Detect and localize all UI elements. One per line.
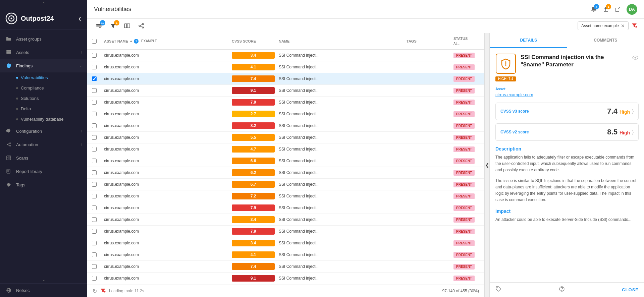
table-row[interactable]: cirrus.example.com 3.4 SSI Command injec…: [87, 50, 484, 61]
sidebar-collapse-button[interactable]: ❮: [78, 16, 82, 21]
close-button[interactable]: CLOSE: [622, 287, 639, 292]
table-row[interactable]: cirrus.example.com 2.7 SSI Command injec…: [87, 108, 484, 120]
vulnerability-icon-box: [496, 54, 516, 74]
page-title: Vulnerabilities: [94, 6, 131, 13]
upload-button[interactable]: 1: [602, 6, 609, 13]
row-checkbox[interactable]: [90, 51, 102, 60]
filter-button[interactable]: 1: [108, 21, 118, 30]
row-asset: cirrus.example.com: [102, 121, 230, 130]
filter-chip-label: Asset name example: [581, 23, 619, 28]
select-all-checkbox[interactable]: [92, 39, 97, 44]
automation-chevron-icon: 〉: [81, 142, 82, 146]
row-status: PRESENT: [451, 180, 482, 189]
cvss-v3-label: CVSS v3 score: [500, 109, 529, 114]
row-checkbox[interactable]: [90, 156, 102, 166]
sidebar-item-configuration[interactable]: Configuration 〉: [0, 124, 87, 138]
table-row[interactable]: cirrus.example.com 9.1 SSI Command injec…: [87, 273, 484, 284]
table-row[interactable]: cirrus.example.com 6.2 SSI Command injec…: [87, 167, 484, 179]
row-tags: [405, 159, 451, 163]
workflow-button[interactable]: [136, 21, 146, 30]
sidebar-item-vulnerabilities[interactable]: Vulnerabilities: [16, 72, 87, 83]
sidebar-item-compliance[interactable]: Compliance: [16, 83, 87, 93]
row-checkbox[interactable]: [90, 168, 102, 177]
row-checkbox[interactable]: [90, 215, 102, 224]
sidebar-item-assets[interactable]: Assets 〉: [0, 46, 87, 59]
sidebar-item-delta[interactable]: Delta: [16, 104, 87, 114]
row-cvss: 3.4: [230, 50, 277, 61]
sidebar-item-scans[interactable]: Scans: [0, 151, 87, 165]
table-row[interactable]: cirrus.example.com 4.1 SSI Command injec…: [87, 61, 484, 73]
help-button[interactable]: [559, 286, 565, 294]
notifications-button[interactable]: 4: [590, 6, 597, 13]
row-checkbox[interactable]: [90, 133, 102, 142]
sidebar-item-tags[interactable]: Tags: [0, 178, 87, 191]
row-cvss: 5.5: [230, 132, 277, 143]
table-row[interactable]: cirrus.example.com 8.2 SSI Command injec…: [87, 120, 484, 132]
sidebar-item-report-library[interactable]: Report library: [0, 165, 87, 178]
table-row[interactable]: cirrus.example.com 9.1 SSI Command injec…: [87, 85, 484, 97]
add-button[interactable]: 10: [94, 21, 104, 30]
sidebar-scroll-up[interactable]: ⌃: [0, 0, 87, 8]
clear-filter-footer-button[interactable]: [100, 288, 106, 294]
row-status: PRESENT: [451, 121, 482, 130]
svg-rect-20: [96, 25, 102, 26]
add-badge: 10: [100, 20, 105, 25]
user-avatar[interactable]: DA: [627, 4, 637, 15]
cvss-v3-row[interactable]: CVSS v3 score 7.4High 〉: [495, 103, 639, 120]
table-row[interactable]: cirrus.example.com 3.4 SSI Command injec…: [87, 214, 484, 226]
sidebar-item-asset-groups[interactable]: Asset groups: [0, 32, 87, 46]
sidebar-item-vuln-database[interactable]: Vulnerability database: [16, 114, 87, 124]
sidebar-item-findings[interactable]: Findings ⌄: [0, 59, 87, 72]
row-checkbox[interactable]: [90, 74, 102, 83]
export-button[interactable]: [614, 6, 621, 13]
row-checkbox[interactable]: [90, 191, 102, 201]
tag-button[interactable]: [495, 286, 501, 294]
row-checkbox[interactable]: [90, 109, 102, 119]
description-text1: The application fails to adequately filt…: [495, 154, 639, 174]
filter-chip-remove[interactable]: ✕: [621, 23, 625, 28]
row-checkbox[interactable]: [90, 227, 102, 236]
th-asset-name[interactable]: Asset name ▲ 1 example: [102, 33, 230, 49]
clear-all-filters-button[interactable]: [631, 22, 637, 30]
row-checkbox[interactable]: [90, 203, 102, 213]
row-checkbox[interactable]: [90, 86, 102, 95]
cvss-v2-row[interactable]: CVSS v2 score 8.5High 〉: [495, 123, 639, 141]
tab-details[interactable]: DETAILS: [490, 33, 567, 48]
row-asset: cirrus.example.com: [102, 262, 230, 271]
table-row[interactable]: cirrus.example.com 4.1 SSI Command injec…: [87, 249, 484, 261]
row-checkbox[interactable]: [90, 98, 102, 107]
row-checkbox[interactable]: [90, 274, 102, 283]
row-cvss: 7.4: [230, 73, 277, 84]
row-checkbox[interactable]: [90, 238, 102, 248]
sidebar-item-automation[interactable]: Automation 〉: [0, 138, 87, 151]
table-row[interactable]: cirrus.example.com 4.7 SSI Command injec…: [87, 143, 484, 155]
row-checkbox[interactable]: [90, 262, 102, 271]
row-cvss: 9.1: [230, 273, 277, 284]
table-row[interactable]: cirrus.example.com 7.9 SSI Command injec…: [87, 226, 484, 237]
row-checkbox[interactable]: [90, 144, 102, 154]
table-row[interactable]: cirrus.example.com 5.5 SSI Command injec…: [87, 132, 484, 143]
eye-icon[interactable]: [632, 54, 639, 63]
row-checkbox[interactable]: [90, 121, 102, 130]
row-checkbox[interactable]: [90, 250, 102, 259]
table-row[interactable]: cirrus.example.com 7.9 SSI Command injec…: [87, 97, 484, 108]
table-row[interactable]: cirrus.example.com 7.4 SSI Command injec…: [87, 73, 484, 85]
panel-collapse-button[interactable]: ❮: [484, 33, 490, 297]
refresh-icon[interactable]: ↻: [93, 288, 97, 294]
table-row[interactable]: cirrus.example.com 3.4 SSI Command injec…: [87, 237, 484, 249]
sidebar-item-netsec[interactable]: Netsec: [0, 283, 87, 297]
table-row[interactable]: cirrus.example.com 6.6 SSI Command injec…: [87, 155, 484, 167]
table-row[interactable]: cirrus.example.com 7.4 SSI Command injec…: [87, 261, 484, 273]
table-row[interactable]: cirrus.example.com 7.9 SSI Command injec…: [87, 202, 484, 214]
sidebar-item-solutions[interactable]: Solutions: [16, 93, 87, 104]
columns-button[interactable]: [122, 21, 132, 30]
row-name: SSI Command injecti...: [277, 144, 405, 154]
tab-comments[interactable]: COMMENTS: [567, 33, 644, 48]
asset-value[interactable]: cirrus.example.com: [495, 92, 639, 97]
sidebar-scroll-down[interactable]: ⌄: [0, 276, 87, 283]
row-asset: cirrus.example.com: [102, 238, 230, 248]
row-checkbox[interactable]: [90, 62, 102, 72]
table-row[interactable]: cirrus.example.com 7.2 SSI Command injec…: [87, 190, 484, 202]
table-row[interactable]: cirrus.example.com 6.7 SSI Command injec…: [87, 179, 484, 190]
row-checkbox[interactable]: [90, 180, 102, 189]
